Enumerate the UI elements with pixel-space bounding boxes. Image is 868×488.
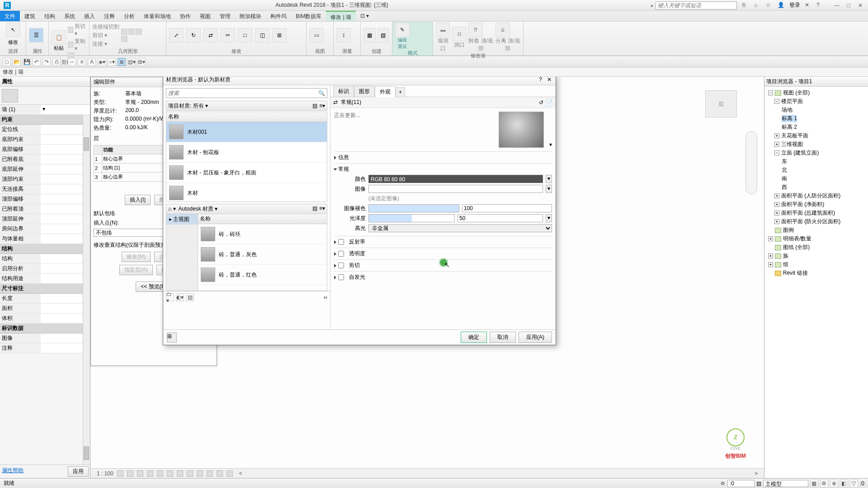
modify-icon[interactable]: ✂	[221, 28, 235, 42]
sb-icon[interactable]: ⊕	[830, 479, 838, 488]
tab-massing[interactable]: 体量和场地	[139, 11, 175, 21]
material-item[interactable]: 木材001	[166, 122, 327, 142]
gloss-slider[interactable]	[368, 214, 455, 222]
properties-scrollbar[interactable]	[83, 115, 90, 465]
modify-icon[interactable]: ↻	[186, 28, 201, 42]
image-field[interactable]	[368, 185, 543, 193]
login-label[interactable]: 登录	[789, 1, 800, 9]
library-header[interactable]: ⌂ ▾ Autodesk 材质 ▾ ▤≡▾	[166, 204, 327, 214]
tree-expander[interactable]: +	[774, 142, 779, 147]
project-tree[interactable]: −视图 (全部) −楼层平面 场地 标高 1 标高 2 +天花板平面 +三维视图…	[764, 87, 868, 478]
detach-top-button[interactable]: ⇊	[495, 23, 510, 37]
merge-geo[interactable]: 连接 ▾	[92, 40, 119, 48]
minimize-button[interactable]: —	[833, 2, 841, 9]
modify-struct-button[interactable]: 修改(M)	[122, 252, 151, 262]
tab-system[interactable]: 系统	[60, 11, 80, 21]
library-list[interactable]: 名称 砖，砖坯砖，普通，灰色砖，普通，红色	[198, 214, 327, 291]
cut-checkbox[interactable]	[338, 263, 344, 268]
vb-icon[interactable]	[226, 470, 233, 477]
tab-add[interactable]: +	[396, 87, 405, 97]
tab-expand[interactable]: ⊡ ▾	[356, 11, 373, 21]
vb-icon[interactable]	[157, 470, 163, 477]
qa-open[interactable]: 📂	[13, 58, 21, 66]
assign-layer-button[interactable]: 指定层(A)	[119, 265, 153, 275]
tree-expander[interactable]: +	[774, 219, 779, 224]
vb-icon[interactable]	[127, 470, 133, 477]
asset-swap-icon[interactable]: ⇄	[333, 99, 338, 105]
material-item[interactable]: 木材 - 刨花板	[166, 142, 327, 163]
type-selector[interactable]: ▾	[41, 105, 90, 114]
id-section[interactable]: 标识数据	[0, 324, 90, 333]
qa-align[interactable]: ≡	[78, 58, 86, 66]
asset-browser-button[interactable]: ⊞	[167, 333, 177, 343]
vb-icon[interactable]	[117, 470, 123, 477]
view-cube[interactable]: 后	[705, 90, 737, 117]
material-filter[interactable]: 项目材质: 所有 ▾ ▤≡▾	[166, 101, 327, 111]
geo-icon[interactable]	[136, 28, 142, 35]
tab-view[interactable]: 视图	[195, 11, 215, 21]
tab-collab[interactable]: 协作	[175, 11, 195, 21]
help-icon[interactable]: ?	[816, 2, 824, 9]
vb-icon[interactable]	[197, 470, 203, 477]
tab-file[interactable]: 文件	[0, 11, 20, 21]
tree-expander[interactable]: +	[774, 202, 779, 207]
gloss-value[interactable]	[458, 214, 543, 222]
search-input[interactable]	[656, 1, 737, 9]
exchange-icon[interactable]: ✕	[805, 2, 812, 9]
tree-expander[interactable]: −	[774, 150, 779, 155]
asset-dup-icon[interactable]: 📄	[546, 99, 553, 106]
highlight-select[interactable]: 非金属	[368, 224, 552, 232]
tab-graphics[interactable]: 图形	[354, 86, 375, 97]
vb-icon[interactable]	[207, 470, 213, 477]
tab-appearance[interactable]: 外观	[375, 86, 396, 97]
general-section-header[interactable]: 常规	[334, 165, 552, 173]
paste-button[interactable]: 📋	[52, 30, 66, 45]
modify-icon[interactable]: ⤢	[169, 28, 184, 42]
emit-checkbox[interactable]	[338, 274, 344, 280]
vb-icon[interactable]	[177, 470, 183, 477]
tab-manage[interactable]: 管理	[215, 11, 235, 21]
tab-bimdb[interactable]: BIM数据库	[291, 11, 326, 21]
trans-checkbox[interactable]	[338, 251, 344, 257]
fade-value[interactable]	[462, 204, 552, 212]
struct-section[interactable]: 结构	[0, 244, 90, 254]
qa-section[interactable]: ○▾	[108, 58, 116, 66]
tab-analyze[interactable]: 分析	[119, 11, 139, 21]
search-icon[interactable]: 🔍	[318, 90, 325, 96]
lib-list-icon[interactable]: ▤	[312, 205, 317, 213]
duplicate-material-button[interactable]: ◐▾	[176, 293, 184, 301]
sb-icon[interactable]: ▦	[810, 479, 818, 488]
geo-icon[interactable]	[121, 36, 127, 42]
tree-expander[interactable]: +	[774, 193, 779, 198]
material-search-input[interactable]	[168, 90, 318, 96]
vb-icon[interactable]	[167, 470, 173, 477]
tab-annotate[interactable]: 注释	[99, 11, 119, 21]
asset-replace-icon[interactable]: ↺	[539, 99, 543, 106]
material-search[interactable]: 🔍	[166, 88, 327, 98]
vb-icon[interactable]	[137, 470, 143, 477]
qa-switch-win[interactable]: ⊞▾	[137, 58, 146, 66]
apply-button[interactable]: 应用(A)	[519, 332, 552, 343]
qa-3d[interactable]: ◈▾	[98, 58, 106, 66]
properties-button[interactable]: ☰	[29, 28, 43, 42]
qa-new[interactable]: □	[3, 58, 11, 66]
modify-icon[interactable]: ◫	[255, 28, 269, 42]
tab-arch[interactable]: 建筑	[20, 11, 40, 21]
maximize-button[interactable]: □	[844, 2, 853, 9]
material-preview-image[interactable]	[499, 112, 544, 148]
project-material-list[interactable]: 名称 木材001木材 - 刨花板木材 - 层压板 - 象牙白，粗面木材	[166, 112, 327, 202]
navigation-bar[interactable]	[745, 131, 757, 194]
qa-save[interactable]: 💾	[23, 58, 31, 66]
material-item[interactable]: 木材	[166, 183, 327, 202]
favorite-icon[interactable]: ☆	[766, 2, 773, 9]
qa-thin-lines[interactable]: ≣	[118, 58, 126, 66]
attach-top-button[interactable]: ⇈	[468, 23, 483, 37]
trans-section[interactable]: 透明度	[334, 250, 552, 258]
tree-expander[interactable]: +	[774, 133, 779, 138]
tree-expander[interactable]: +	[774, 211, 779, 216]
measure-icon[interactable]: ⟟	[336, 28, 351, 42]
tab-identity[interactable]: 标识	[333, 86, 354, 97]
tab-struct[interactable]: 结构	[40, 11, 60, 21]
modify-icon[interactable]: □	[238, 28, 252, 42]
qa-close-hidden[interactable]: ▤▾	[127, 58, 136, 66]
